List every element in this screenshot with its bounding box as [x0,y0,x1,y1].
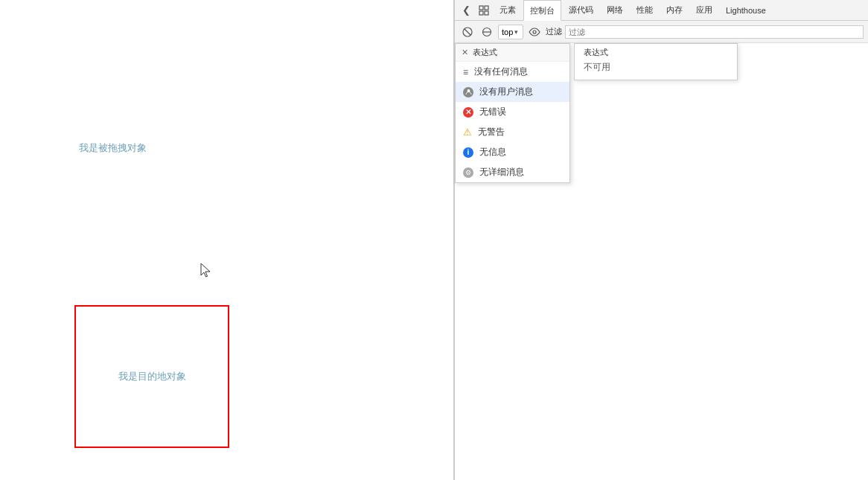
verbose-icon: ⚙ [463,167,473,178]
mouse-cursor [200,263,212,282]
console-main: ✕ 表达式 ≡ 没有任何消息 没有用户消息 ✕ 无错误 ⚠ 无警告 [455,43,868,480]
filter-user-label: 没有用户消息 [479,86,533,98]
clear-console-button[interactable] [459,24,476,40]
devtools-tab-bar: ❮ 元素 控制台 源代码 网络 性能 内存 应用 [455,0,868,21]
expression-panel-title: 表达式 [584,47,728,58]
filter-warnings-label: 无警告 [478,126,505,138]
filter-verbose[interactable]: ⚙ 无详细消息 [456,162,569,182]
devtools-back-icon[interactable]: ❮ [458,2,474,19]
filter-label: 过滤 [546,26,562,37]
filter-all-messages[interactable]: ≡ 没有任何消息 [456,62,569,82]
filter-wrapper: 过滤 [546,25,864,39]
frame-selector-arrow: ▾ [514,28,518,36]
close-dropdown-button[interactable]: ✕ [462,48,468,57]
filter-errors-label: 无错误 [479,106,506,118]
filter-info[interactable]: i 无信息 [456,142,569,162]
devtools-panel: ❮ 元素 控制台 源代码 网络 性能 内存 应用 [454,0,868,480]
dropdown-header-label: 表达式 [473,47,497,58]
console-toolbar: top ▾ 过滤 [455,21,868,43]
tab-performance[interactable]: 性能 [631,0,659,21]
svg-point-8 [533,31,536,33]
web-page-area: 我是被拖拽对象 我是目的地对象 [0,0,454,480]
filter-input[interactable] [565,25,864,39]
info-icon: i [463,147,473,158]
filter-verbose-label: 无详细消息 [479,166,524,179]
tab-network[interactable]: 网络 [601,0,629,21]
svg-rect-2 [479,11,483,15]
frame-selector[interactable]: top ▾ [498,25,523,39]
tab-memory[interactable]: 内存 [660,0,689,21]
filter-info-label: 无信息 [479,146,506,159]
drop-target-element[interactable]: 我是目的地对象 [74,305,229,448]
live-expressions-button[interactable] [526,24,543,40]
tab-application[interactable]: 应用 [690,0,718,21]
expression-panel: 表达式 不可用 [574,43,738,80]
drop-target-label: 我是目的地对象 [118,370,186,383]
svg-line-5 [465,29,470,35]
message-filter-dropdown: ✕ 表达式 ≡ 没有任何消息 没有用户消息 ✕ 无错误 ⚠ 无警告 [455,43,570,183]
dropdown-header-row: ✕ 表达式 [456,44,569,62]
svg-rect-3 [485,11,488,15]
tab-lighthouse[interactable]: Lighthouse [720,0,772,21]
svg-rect-1 [485,6,488,10]
list-icon: ≡ [463,67,468,77]
devtools-inspect-icon[interactable] [476,2,492,19]
drag-source-element[interactable]: 我是被拖拽对象 [79,141,147,155]
tab-console[interactable]: 控制台 [523,0,561,21]
frame-selector-value: top [502,28,513,36]
expression-panel-value: 不可用 [584,61,728,74]
warning-icon: ⚠ [463,127,472,138]
filter-warnings[interactable]: ⚠ 无警告 [456,122,569,142]
svg-rect-0 [479,6,483,10]
filter-all-label: 没有任何消息 [474,65,528,78]
user-icon [463,87,473,97]
no-messages-button[interactable] [479,24,495,40]
error-icon: ✕ [463,107,473,118]
tab-sources[interactable]: 源代码 [563,0,599,21]
filter-errors[interactable]: ✕ 无错误 [456,102,569,122]
filter-user-messages[interactable]: 没有用户消息 [456,82,569,102]
tab-elements[interactable]: 元素 [494,0,522,21]
